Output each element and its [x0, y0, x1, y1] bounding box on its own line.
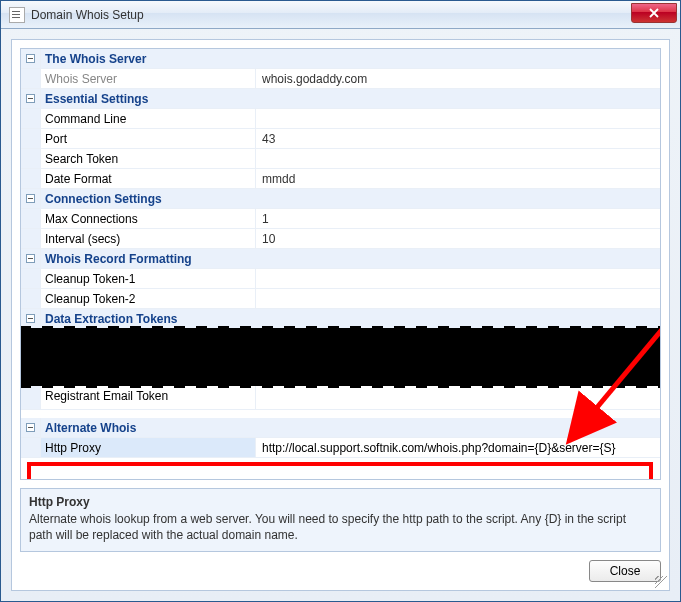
section-formatting[interactable]: Whois Record Formatting: [21, 249, 660, 269]
collapse-icon[interactable]: [26, 254, 35, 263]
section-title: Alternate Whois: [41, 418, 660, 437]
row-registrant-email-token[interactable]: Registrant Email Token: [21, 386, 660, 410]
row-port[interactable]: Port 43: [21, 129, 660, 149]
collapse-icon[interactable]: [26, 94, 35, 103]
resize-grip-icon[interactable]: [655, 576, 667, 588]
section-title: The Whois Server: [41, 49, 660, 68]
property-label: Http Proxy: [41, 438, 256, 457]
close-button[interactable]: Close: [589, 560, 661, 582]
property-label: Search Token: [41, 149, 256, 168]
property-value[interactable]: 1: [256, 209, 660, 228]
property-grid-container: The Whois Server Whois Server whois.goda…: [20, 48, 661, 480]
property-value[interactable]: [256, 109, 660, 128]
property-label: Registrant Email Token: [41, 386, 256, 409]
property-value[interactable]: 43: [256, 129, 660, 148]
row-whois-server[interactable]: Whois Server whois.godaddy.com: [21, 69, 660, 89]
close-icon: [649, 8, 659, 18]
property-grid: The Whois Server Whois Server whois.goda…: [21, 49, 660, 479]
property-value[interactable]: whois.godaddy.com: [256, 69, 660, 88]
section-title: Connection Settings: [41, 189, 660, 208]
row-date-format[interactable]: Date Format mmdd: [21, 169, 660, 189]
app-icon: [9, 7, 25, 23]
property-value[interactable]: 10: [256, 229, 660, 248]
dialog-window: Domain Whois Setup The Whois Server Whoi…: [0, 0, 681, 602]
property-label: Max Connections: [41, 209, 256, 228]
property-value[interactable]: mmdd: [256, 169, 660, 188]
collapse-icon[interactable]: [26, 194, 35, 203]
description-text: Alternate whois lookup from a web server…: [29, 511, 652, 543]
window-title: Domain Whois Setup: [31, 8, 144, 22]
property-value[interactable]: [256, 269, 660, 288]
torn-section-indicator: [21, 328, 660, 386]
section-essential-settings[interactable]: Essential Settings: [21, 89, 660, 109]
dialog-buttons: Close: [12, 560, 669, 590]
property-label: Command Line: [41, 109, 256, 128]
section-connection-settings[interactable]: Connection Settings: [21, 189, 660, 209]
row-cleanup-1[interactable]: Cleanup Token-1: [21, 269, 660, 289]
row-max-connections[interactable]: Max Connections 1: [21, 209, 660, 229]
row-http-proxy[interactable]: Http Proxy http://local.support.softnik.…: [21, 438, 660, 458]
collapse-icon[interactable]: [26, 423, 35, 432]
row-command-line[interactable]: Command Line: [21, 109, 660, 129]
property-value[interactable]: [256, 289, 660, 308]
section-whois-server[interactable]: The Whois Server: [21, 49, 660, 69]
row-search-token[interactable]: Search Token: [21, 149, 660, 169]
property-label: Interval (secs): [41, 229, 256, 248]
description-panel: Http Proxy Alternate whois lookup from a…: [20, 488, 661, 552]
property-label: Cleanup Token-1: [41, 269, 256, 288]
section-title: Whois Record Formatting: [41, 249, 660, 268]
row-interval[interactable]: Interval (secs) 10: [21, 229, 660, 249]
section-alternate-whois[interactable]: Alternate Whois: [21, 418, 660, 438]
property-value[interactable]: [256, 149, 660, 168]
title-bar: Domain Whois Setup: [1, 1, 680, 29]
window-close-button[interactable]: [631, 3, 677, 23]
content-frame: The Whois Server Whois Server whois.goda…: [11, 39, 670, 591]
row-cleanup-2[interactable]: Cleanup Token-2: [21, 289, 660, 309]
collapse-icon[interactable]: [26, 54, 35, 63]
collapse-icon[interactable]: [26, 314, 35, 323]
property-value[interactable]: [256, 386, 660, 409]
section-title: Essential Settings: [41, 89, 660, 108]
property-label: Date Format: [41, 169, 256, 188]
property-label: Port: [41, 129, 256, 148]
property-value-http-proxy[interactable]: http://local.support.softnik.com/whois.p…: [256, 438, 660, 457]
description-title: Http Proxy: [29, 495, 652, 509]
property-label: Whois Server: [41, 69, 256, 88]
property-label: Cleanup Token-2: [41, 289, 256, 308]
